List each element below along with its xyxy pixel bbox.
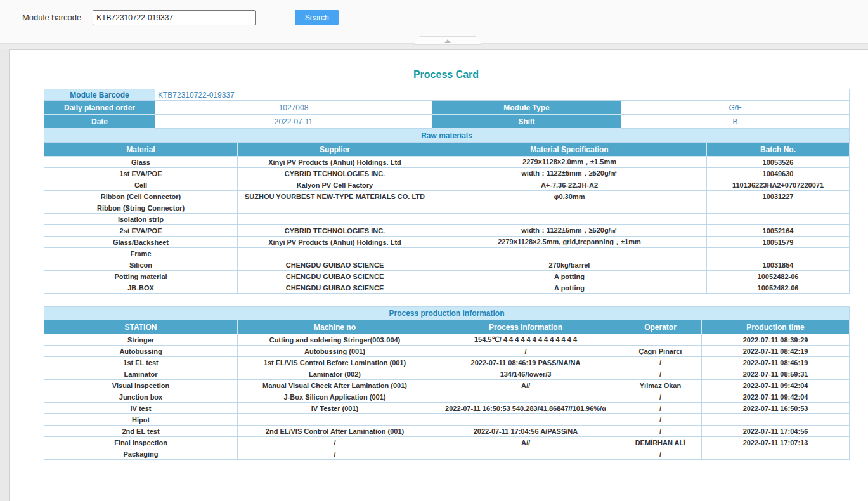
table-cell: 10052482-06 xyxy=(707,282,850,294)
table-cell: Potting material xyxy=(44,271,238,282)
table-row: Final Inspection/A//DEMİRHAN ALİ2022-07-… xyxy=(44,437,850,448)
table-cell: CHENGDU GUIBAO SCIENCE xyxy=(238,259,432,271)
table-row: Hipot/ xyxy=(44,414,850,426)
table-cell: Silicon xyxy=(44,259,238,271)
table-cell xyxy=(702,448,850,460)
table-row: Process production information xyxy=(44,307,850,320)
table-cell xyxy=(432,214,707,225)
process-production-table: Process production information STATION M… xyxy=(44,306,850,460)
shift-label: Shift xyxy=(432,115,621,129)
module-barcode-input[interactable] xyxy=(93,10,256,25)
table-header-row: STATION Machine no Process information O… xyxy=(44,320,850,334)
table-cell: Glass/Backsheet xyxy=(44,237,238,248)
section-gap xyxy=(44,294,848,306)
table-cell: Ribbon (String Connector) xyxy=(44,202,238,214)
table-cell: CHENGDU GUIBAO SCIENCE xyxy=(238,282,432,294)
process-section-title: Process production information xyxy=(44,307,850,320)
table-row: LaminatorLaminator (002)134/146/lower/3/… xyxy=(44,368,850,380)
table-cell: Packaging xyxy=(44,448,238,460)
table-cell: 10031854 xyxy=(707,259,850,271)
collapse-handle[interactable] xyxy=(413,36,482,45)
table-row: Glass/BacksheetXinyi PV Products (Anhui)… xyxy=(44,237,850,248)
table-cell: Xinyi PV Products (Anhui) Holdings. Ltd xyxy=(238,237,432,248)
table-row: IV testIV Tester (001)2022-07-11 16:50:5… xyxy=(44,403,850,414)
table-row: CellKalyon PV Cell FactoryA+-7.36-22.3H-… xyxy=(44,179,850,191)
table-cell: Hipot xyxy=(44,414,238,426)
table-cell: A potting xyxy=(432,271,707,282)
module-info-table: Module Barcode KTB72310722-019337 Daily … xyxy=(44,89,850,129)
table-cell: A// xyxy=(432,437,619,448)
table-cell: Ribbon (Cell Connector) xyxy=(44,191,238,202)
column-header-supplier: Supplier xyxy=(238,143,432,157)
table-cell: 2022-07-11 16:50:53 540.283/41.86847//10… xyxy=(432,403,619,414)
table-row: JB-BOXCHENGDU GUIBAO SCIENCEA potting100… xyxy=(44,282,850,294)
table-cell: IV Tester (001) xyxy=(238,403,432,414)
table-cell xyxy=(707,214,850,225)
table-cell: 10051579 xyxy=(707,237,850,248)
table-cell: CHENGDU GUIBAO SCIENCE xyxy=(238,271,432,282)
raw-materials-table: Raw materials Material Supplier Material… xyxy=(44,129,850,294)
table-row: Module Barcode KTB72310722-019337 xyxy=(44,89,850,101)
table-cell: 2022-07-11 09:42:04 xyxy=(702,380,850,391)
table-cell: Cell xyxy=(44,179,238,191)
table-cell: 10052482-06 xyxy=(707,271,850,282)
table-cell: / xyxy=(619,448,702,460)
table-cell: / xyxy=(432,346,619,357)
table-row: AutobussingAutobussing (001)/Çağrı Pınar… xyxy=(44,346,850,357)
module-type-value: G/F xyxy=(621,101,850,115)
table-cell: CYBRID TECHNOLOGIES INC. xyxy=(238,168,432,179)
table-cell: Yılmaz Okan xyxy=(619,380,702,391)
table-cell: / xyxy=(619,426,702,437)
table-row: 2nd EL test2nd EL/VIS Control After Lami… xyxy=(44,426,850,437)
table-cell xyxy=(432,448,619,460)
table-cell: 2022-07-11 08:39:29 xyxy=(702,334,850,346)
table-cell: 2279×1128×2.5mm, grid,trepanning，±1mm xyxy=(432,237,707,248)
column-header-process-information: Process information xyxy=(432,320,619,334)
table-cell xyxy=(432,202,707,214)
table-cell: / xyxy=(619,403,702,414)
shift-value: B xyxy=(621,115,850,129)
table-cell: 154.5℃/ 4 4 4 4 4 4 4 4 4 4 4 4 4 xyxy=(432,334,619,346)
table-cell: Çağrı Pınarcı xyxy=(619,346,702,357)
table-cell: Isolation strip xyxy=(44,214,238,225)
table-cell: A potting xyxy=(432,282,707,294)
table-cell xyxy=(238,214,432,225)
table-row: Raw materials xyxy=(44,129,850,143)
table-cell: SUZHOU YOURBEST NEW-TYPE MATERIALS CO. L… xyxy=(238,191,432,202)
table-cell: 2nd EL/VIS Control After Lamination (001… xyxy=(238,426,432,437)
table-cell: / xyxy=(238,437,432,448)
table-cell: φ0.30mm xyxy=(432,191,707,202)
table-cell: J-Box Silicon Application (001) xyxy=(238,391,432,403)
table-row: Date 2022-07-11 Shift B xyxy=(44,115,850,129)
table-cell xyxy=(707,248,850,259)
table-cell: 110136223HA2+0707220071 xyxy=(707,179,850,191)
module-barcode-label: Module barcode xyxy=(22,13,81,22)
column-header-station: STATION xyxy=(44,320,238,334)
table-cell xyxy=(707,202,850,214)
table-cell: 2022-07-11 08:46:19 PASS/NA/NA xyxy=(432,357,619,368)
table-cell: 2022-07-11 17:04:56 A/PASS/NA xyxy=(432,426,619,437)
table-cell: Manual Visual Check After Lamination (00… xyxy=(238,380,432,391)
daily-planned-order-value: 1027008 xyxy=(155,101,432,115)
table-cell: Laminator (002) xyxy=(238,368,432,380)
table-cell: A// xyxy=(432,380,619,391)
table-cell: 10031227 xyxy=(707,191,850,202)
table-cell: 10052164 xyxy=(707,225,850,237)
search-button[interactable]: Search xyxy=(295,10,339,25)
table-row: StringerCutting and soldering Stringer(0… xyxy=(44,334,850,346)
table-cell: CYBRID TECHNOLOGIES INC. xyxy=(238,225,432,237)
column-header-operator: Operator xyxy=(619,320,702,334)
table-cell: 10053526 xyxy=(707,157,850,168)
table-cell: 2022-07-11 17:07:13 xyxy=(702,437,850,448)
table-row: Isolation strip xyxy=(44,214,850,225)
table-cell xyxy=(432,248,707,259)
table-cell: / xyxy=(619,368,702,380)
table-cell: Xinyi PV Products (Anhui) Holdings. Ltd xyxy=(238,157,432,168)
table-cell xyxy=(238,414,432,426)
table-row: SiliconCHENGDU GUIBAO SCIENCE270kg/barre… xyxy=(44,259,850,271)
table-cell: 2022-07-11 17:04:56 xyxy=(702,426,850,437)
column-header-batch-no: Batch No. xyxy=(707,143,850,157)
module-barcode-value: KTB72310722-019337 xyxy=(155,89,850,101)
table-row: Frame xyxy=(44,248,850,259)
table-cell: 2st EVA/POE xyxy=(44,225,238,237)
